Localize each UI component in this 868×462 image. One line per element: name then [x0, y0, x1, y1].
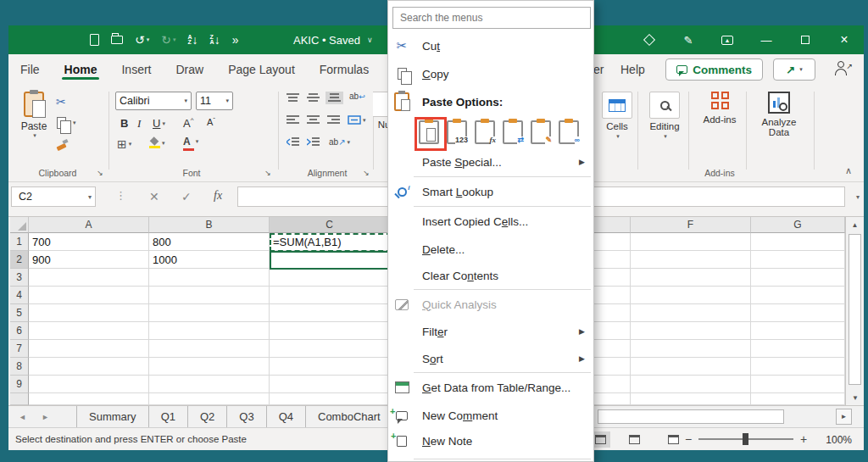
orientation-button[interactable]: ab↗▾	[329, 137, 350, 147]
grid-cell[interactable]	[29, 269, 149, 287]
grid-cell[interactable]	[751, 287, 845, 304]
align-bottom-button[interactable]	[326, 92, 343, 104]
align-top-button[interactable]	[287, 93, 299, 103]
vertical-scrollbar[interactable]: ▲ ▼	[845, 217, 864, 405]
format-painter-button[interactable]	[56, 139, 68, 151]
maximize-button[interactable]	[786, 25, 825, 54]
name-box[interactable]: C2▾	[11, 186, 96, 207]
grid-cell[interactable]	[149, 376, 270, 393]
ribbon-display-options-icon[interactable]: ▲	[708, 25, 747, 54]
cell-c2[interactable]	[270, 251, 390, 269]
grid-cell[interactable]	[29, 287, 149, 304]
tab-draw[interactable]: Draw	[175, 58, 204, 81]
sort-za-button[interactable]: ZA↓	[210, 33, 220, 47]
formula-bar-grip[interactable]: ⋮	[115, 189, 126, 202]
grid-cell[interactable]	[149, 393, 270, 405]
sort-az-button[interactable]: AZ↓	[188, 33, 198, 47]
row-header-2[interactable]: 2	[10, 251, 29, 269]
scroll-up-icon[interactable]: ▲	[846, 217, 864, 232]
menu-item-clear-contents[interactable]: Clear Contents	[388, 262, 593, 289]
column-header-a[interactable]: A	[29, 217, 149, 233]
tab-help[interactable]: Help	[620, 63, 645, 76]
paste-link-icon[interactable]: ∞	[559, 120, 579, 144]
close-button[interactable]: ×	[825, 25, 864, 54]
grid-cell[interactable]	[631, 269, 751, 287]
paste-values-icon[interactable]: 123	[447, 120, 467, 144]
paste-formatting-icon[interactable]: ✎	[531, 120, 551, 144]
share-button[interactable]: ↗ ▾	[773, 58, 815, 81]
tab-fragment[interactable]: er	[593, 63, 604, 76]
zoom-level[interactable]: 100%	[826, 434, 852, 446]
copy-button[interactable]: ▾	[57, 117, 76, 129]
row-header-8[interactable]: 8	[10, 358, 29, 376]
tab-page-layout[interactable]: Page Layout	[227, 58, 296, 81]
cell-a1[interactable]: 700	[29, 233, 149, 251]
sheet-tab-q4[interactable]: Q4	[266, 406, 305, 427]
redo-button[interactable]: ↻▾	[161, 33, 175, 47]
grid-cell[interactable]	[270, 269, 390, 287]
grid-cell[interactable]	[149, 287, 270, 304]
new-file-icon[interactable]	[90, 34, 99, 46]
grid-cell[interactable]	[631, 287, 751, 304]
column-header-g[interactable]: G	[751, 217, 845, 233]
menu-item-filter[interactable]: Filter ▶	[388, 318, 593, 345]
collapse-ribbon-chevron[interactable]: ∧	[845, 165, 852, 176]
menu-item-new-comment[interactable]: + New Comment	[388, 402, 593, 429]
grid-cell[interactable]	[631, 304, 751, 322]
sheet-tab-combochart[interactable]: ComboChart	[305, 406, 393, 427]
more-commands-button[interactable]: »	[232, 33, 239, 47]
row-header-6[interactable]: 6	[10, 322, 29, 340]
cell-a2[interactable]: 900	[29, 251, 149, 269]
grid-cell[interactable]	[29, 340, 149, 358]
open-file-icon[interactable]	[111, 36, 123, 44]
font-dialog-launcher[interactable]: ↘	[263, 168, 273, 178]
tab-insert[interactable]: Insert	[120, 58, 152, 81]
menu-search-input[interactable]	[392, 7, 591, 29]
menu-item-get-data-from-table[interactable]: Get Data from Table/Range...	[388, 374, 593, 401]
sheet-nav-right-icon[interactable]: ►	[42, 413, 49, 421]
align-middle-button[interactable]	[307, 93, 320, 103]
cell-b1[interactable]: 800	[149, 233, 270, 251]
align-center-button[interactable]	[307, 115, 320, 125]
add-ins-button[interactable]: Add-ins	[695, 92, 744, 125]
grid-cell[interactable]	[29, 393, 149, 405]
cell-b2[interactable]: 1000	[149, 251, 270, 269]
fill-color-button[interactable]: ▾	[149, 137, 165, 148]
formula-bar-expand-chevron[interactable]: ▾	[856, 193, 860, 201]
grid-cell[interactable]	[270, 322, 390, 340]
account-person-icon[interactable]: ↗	[835, 61, 852, 76]
minimize-button[interactable]: —	[747, 25, 786, 54]
grid-cell[interactable]	[149, 340, 270, 358]
grid-cell[interactable]	[751, 269, 845, 287]
vertical-scroll-thumb[interactable]	[849, 234, 861, 385]
menu-item-paste-special[interactable]: Paste Special... ▶	[388, 148, 593, 175]
menu-item-sort[interactable]: Sort ▶	[388, 345, 593, 372]
grid-cell[interactable]	[751, 358, 845, 376]
cut-button[interactable]: ✂	[56, 95, 66, 109]
scroll-down-icon[interactable]: ▼	[846, 390, 864, 405]
grid-cell[interactable]	[149, 322, 270, 340]
document-title[interactable]: AKIC • Saved∨	[293, 25, 373, 54]
sheet-tab-summary[interactable]: Summary	[76, 406, 148, 427]
grid-cell[interactable]	[751, 304, 845, 322]
grid-cell[interactable]	[631, 393, 751, 405]
decrease-indent-button[interactable]	[287, 137, 299, 147]
tab-home[interactable]: Home	[64, 58, 98, 81]
menu-item-insert-copied-cells[interactable]: Insert Copied Cells...	[388, 208, 593, 235]
horizontal-scroll-thumb[interactable]	[598, 409, 784, 424]
menu-item-copy[interactable]: Copy	[388, 60, 593, 87]
column-header-c[interactable]: C	[270, 217, 390, 233]
grid-cell[interactable]	[270, 340, 390, 358]
grid-cell[interactable]	[751, 376, 845, 393]
grid-cell[interactable]	[631, 358, 751, 376]
sheet-tab-q3[interactable]: Q3	[226, 406, 265, 427]
grid-cell[interactable]	[29, 304, 149, 322]
row-header-9[interactable]: 9	[10, 376, 29, 393]
grid-cell[interactable]	[149, 304, 270, 322]
merge-center-button[interactable]: ▾	[348, 115, 366, 125]
italic-button[interactable]: I	[137, 117, 141, 131]
menu-item-smart-lookup[interactable]: i Smart Lookup	[388, 178, 593, 205]
grid-cell[interactable]	[270, 287, 390, 304]
tab-formulas[interactable]: Formulas	[319, 58, 370, 81]
cells-button[interactable]: Cells ▾	[595, 92, 639, 140]
